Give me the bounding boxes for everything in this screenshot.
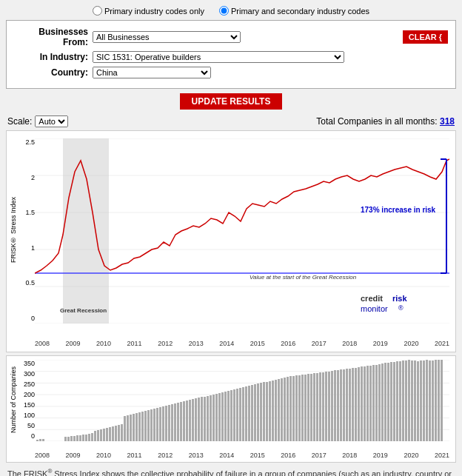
svg-rect-143 [399, 361, 401, 441]
svg-rect-65 [168, 405, 170, 441]
svg-rect-37 [88, 434, 90, 441]
svg-rect-28 [42, 439, 44, 441]
svg-rect-115 [316, 373, 318, 441]
svg-rect-152 [426, 360, 428, 441]
svg-rect-78 [207, 396, 209, 441]
svg-rect-76 [201, 397, 203, 441]
svg-text:Value at the start of the Grea: Value at the start of the Great Recessio… [250, 274, 357, 281]
businesses-row: Businesses From: All Businesses CLEAR { [14, 27, 448, 47]
svg-rect-80 [212, 395, 215, 441]
svg-rect-87 [233, 389, 235, 441]
svg-rect-116 [319, 372, 321, 441]
svg-rect-131 [364, 366, 366, 441]
svg-rect-120 [331, 371, 333, 441]
svg-rect-86 [230, 390, 232, 441]
filter-box: Businesses From: All Businesses CLEAR { … [6, 20, 456, 89]
country-select[interactable]: China [93, 67, 211, 78]
svg-rect-41 [97, 430, 99, 441]
svg-rect-77 [204, 397, 206, 441]
svg-rect-156 [438, 360, 440, 441]
industry-row: In Industry: SIC 1531: Operative builder… [14, 51, 448, 63]
svg-rect-135 [375, 365, 378, 441]
bar-chart-area: Number of Companies 350 300 250 200 150 … [6, 355, 456, 463]
svg-rect-6 [63, 138, 109, 324]
svg-rect-43 [103, 429, 105, 441]
svg-text:risk: risk [392, 294, 407, 303]
svg-rect-31 [70, 436, 73, 441]
svg-rect-48 [118, 425, 120, 441]
radio-row: Primary industry codes only Primary and … [6, 6, 456, 16]
scale-label-group: Scale: Auto [7, 115, 68, 127]
svg-rect-144 [402, 361, 404, 441]
svg-rect-154 [432, 361, 434, 441]
svg-rect-137 [381, 363, 384, 441]
svg-rect-36 [85, 435, 87, 441]
svg-rect-118 [325, 372, 327, 441]
svg-rect-49 [121, 424, 123, 441]
svg-rect-50 [124, 416, 126, 441]
x-axis-labels-main: 2008 2009 2010 2011 2012 2013 2014 2015 … [35, 340, 449, 347]
svg-rect-45 [109, 427, 111, 441]
svg-rect-108 [295, 375, 298, 441]
svg-rect-104 [284, 378, 286, 441]
total-companies-link[interactable]: 318 [440, 116, 455, 127]
svg-rect-58 [147, 410, 150, 441]
y-axis-label-bar: Number of Companies [8, 360, 19, 440]
main-chart-svg: 173% increase in risk Great Recession Va… [35, 138, 449, 324]
svg-rect-57 [144, 411, 147, 441]
svg-rect-94 [254, 384, 256, 441]
svg-rect-93 [251, 385, 253, 441]
svg-rect-35 [82, 435, 84, 441]
businesses-select[interactable]: All Businesses [93, 31, 241, 43]
svg-rect-111 [304, 375, 307, 441]
svg-rect-114 [313, 373, 315, 441]
svg-rect-30 [67, 437, 70, 441]
svg-rect-142 [396, 361, 398, 441]
svg-rect-51 [127, 415, 129, 441]
svg-rect-89 [239, 388, 241, 441]
svg-rect-91 [245, 386, 247, 441]
svg-rect-34 [79, 435, 81, 441]
svg-rect-67 [174, 403, 176, 441]
svg-rect-90 [242, 387, 244, 441]
svg-rect-145 [405, 361, 407, 441]
radio-primary-only[interactable]: Primary industry codes only [93, 6, 204, 16]
svg-rect-139 [387, 363, 389, 441]
svg-rect-66 [171, 404, 173, 441]
industry-select[interactable]: SIC 1531: Operative builders [93, 51, 344, 63]
svg-rect-127 [352, 368, 354, 441]
svg-rect-148 [414, 361, 416, 441]
svg-rect-106 [289, 376, 292, 441]
svg-rect-88 [236, 389, 238, 441]
clear-button[interactable]: CLEAR { [403, 30, 448, 44]
svg-rect-124 [343, 369, 345, 441]
svg-rect-103 [281, 378, 283, 441]
svg-rect-44 [106, 428, 108, 441]
svg-rect-81 [215, 394, 218, 441]
svg-rect-71 [186, 400, 188, 441]
y-ticks-bar: 350 300 250 200 150 100 50 0 [19, 360, 35, 440]
y-ticks-main: 2.5 2 1.5 1 0.5 0 [19, 138, 35, 322]
svg-rect-102 [278, 379, 280, 441]
svg-rect-134 [372, 365, 375, 441]
svg-rect-119 [328, 372, 330, 441]
scale-select[interactable]: Auto [35, 115, 68, 127]
svg-rect-129 [358, 367, 360, 441]
radio-primary-secondary[interactable]: Primary and secondary industry codes [219, 6, 369, 16]
update-results-button[interactable]: UPDATE RESULTS [180, 93, 283, 110]
businesses-label: Businesses From: [14, 27, 88, 47]
svg-rect-73 [192, 399, 194, 441]
svg-rect-74 [195, 398, 197, 441]
svg-rect-149 [417, 361, 419, 441]
svg-rect-122 [337, 370, 339, 441]
svg-rect-33 [76, 435, 78, 441]
svg-rect-69 [180, 402, 182, 441]
svg-rect-150 [420, 361, 422, 441]
svg-rect-132 [366, 366, 369, 441]
svg-rect-121 [334, 370, 336, 441]
svg-rect-117 [322, 372, 324, 441]
y-axis-label-main: FRISK® Stress Index [8, 138, 19, 322]
industry-label: In Industry: [14, 52, 88, 62]
svg-rect-29 [64, 437, 67, 441]
svg-rect-32 [73, 436, 76, 441]
